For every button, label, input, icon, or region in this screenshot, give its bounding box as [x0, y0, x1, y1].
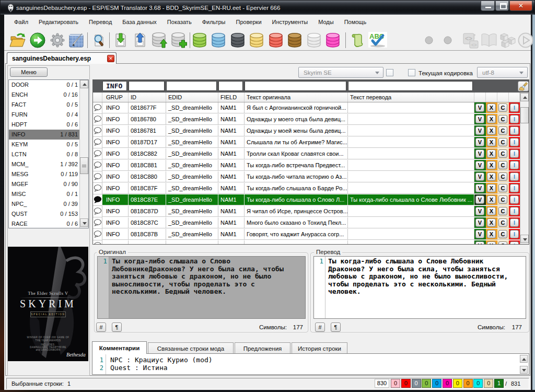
row-button-x[interactable]: X	[487, 195, 496, 204]
game-version-checkbox[interactable]	[386, 69, 393, 76]
table-row[interactable]: INFO0818C87D_SD_dreamHelloNAM1Я читал об…	[93, 206, 520, 217]
table-row[interactable]: INFO08186780_SD_dreamHelloNAM1Однажды у …	[93, 114, 520, 125]
menu-item-9[interactable]: Моды	[313, 17, 339, 27]
row-button-c[interactable]: C	[498, 218, 507, 227]
row-button-i[interactable]: I	[510, 103, 519, 112]
row-button-i[interactable]: I	[510, 184, 519, 192]
group-row-mgef[interactable]: MGEF0 / 90	[9, 179, 80, 189]
database-white-icon[interactable]	[306, 32, 323, 49]
header-cell-grup[interactable]: GRUP	[102, 93, 129, 102]
document-tab[interactable]: sanguinesDebauchery.esp ✕	[7, 52, 117, 64]
row-button-x[interactable]: X	[487, 207, 496, 215]
group-row-keym[interactable]: KEYM0 / 5	[9, 140, 80, 149]
table-row[interactable]: INFO0818C87F_SD_dreamHelloNAM1Ты когда-л…	[93, 183, 520, 194]
group-row-furn[interactable]: FURN0 / 4	[9, 110, 80, 120]
scroll-down-button[interactable]	[80, 218, 88, 227]
menu-item-5[interactable]: Показать	[162, 17, 197, 27]
group-row-misc[interactable]: MISC0 / 1	[9, 189, 80, 199]
row-button-x[interactable]: X	[487, 138, 496, 146]
row-button-v[interactable]: V	[475, 126, 484, 135]
database-green-icon[interactable]	[192, 32, 208, 49]
row-button-v[interactable]: V	[475, 184, 484, 192]
menu-item-3[interactable]: Перевод	[84, 17, 117, 27]
row-button-i[interactable]: I	[510, 126, 519, 135]
translation-text-editor[interactable]: 1 Ты когда-либо слышала о Слове Любовник…	[313, 256, 526, 319]
group-row-qust[interactable]: QUST0 / 153	[9, 209, 80, 219]
row-button-x[interactable]: X	[487, 172, 496, 181]
row-button-c[interactable]: C	[498, 149, 507, 158]
group-row-door[interactable]: DOOR0 / 1	[9, 80, 80, 90]
row-button-x[interactable]: X	[487, 161, 496, 169]
database-upload-icon[interactable]	[151, 32, 168, 49]
row-button-x[interactable]: X	[487, 103, 496, 112]
row-button-v[interactable]: V	[475, 161, 484, 169]
row-button-c[interactable]: C	[498, 138, 507, 146]
table-row[interactable]: INFO08186781_SD_dreamHelloNAM1Однажды у …	[93, 125, 520, 137]
row-button-c[interactable]: C	[498, 126, 507, 135]
scroll-up-button[interactable]	[520, 355, 528, 363]
group-row-lctn[interactable]: LCTN0 / 8	[9, 149, 80, 159]
spellcheck-abc-icon[interactable]: ABC	[368, 32, 385, 49]
title-bar[interactable]: sanguinesDebauchery.esp - ESP/ESM Transl…	[1, 1, 534, 15]
table-row[interactable]: VXCI	[93, 240, 520, 244]
filter-input-original[interactable]	[245, 81, 346, 91]
row-button-i[interactable]: I	[510, 149, 519, 158]
menu-item-10[interactable]: Помощь	[339, 17, 372, 27]
close-button[interactable]: ✕	[509, 1, 532, 11]
row-button-v[interactable]: V	[475, 103, 484, 112]
maximize-button[interactable]	[495, 1, 509, 11]
menu-item-7[interactable]: Проверки	[230, 17, 266, 27]
hash-button[interactable]: #	[96, 322, 106, 332]
filter-input-translation[interactable]	[348, 81, 473, 91]
row-button-i[interactable]: I	[510, 138, 519, 146]
menu-item-1[interactable]: Файл	[9, 17, 33, 27]
group-row-mesg[interactable]: MESG0 / 119	[9, 169, 80, 179]
document-tab-close-button[interactable]: ✕	[107, 55, 114, 62]
database-blue-icon[interactable]	[211, 32, 227, 49]
row-button-i[interactable]: I	[510, 195, 519, 204]
table-row[interactable]: INFO0818C87C_SD_dreamHelloNAM1Много было…	[93, 217, 520, 229]
table-row[interactable]: INFO0818C87B_SD_dreamHelloNAM1Говорят, ч…	[93, 229, 520, 240]
filter-input-grup[interactable]: INFO	[102, 81, 127, 91]
scrollbar-thumb[interactable]	[80, 157, 88, 174]
row-button-x[interactable]: X	[487, 241, 496, 244]
row-button-v[interactable]: V	[475, 230, 484, 238]
encoding-checkbox[interactable]	[408, 69, 415, 76]
row-button-i[interactable]: I	[510, 207, 519, 215]
header-cell-translation[interactable]: Текст перевода	[348, 93, 474, 102]
header-cell-id[interactable]: ID	[129, 93, 166, 102]
filter-input-edid[interactable]	[166, 81, 217, 91]
database-add-icon[interactable]	[170, 32, 187, 49]
bottom-tab-4[interactable]: История строки	[292, 342, 347, 354]
table-row[interactable]: INFO0818C882_SD_dreamHelloNAM1Тролли ска…	[93, 148, 520, 160]
row-button-c[interactable]: C	[498, 172, 507, 181]
group-row-npc_[interactable]: NPC_0 / 39	[9, 199, 80, 209]
edit-table-icon[interactable]	[68, 32, 85, 49]
process-icon[interactable]	[29, 32, 46, 49]
row-button-c[interactable]: C	[498, 103, 507, 112]
scroll-up-button[interactable]	[520, 93, 529, 101]
table-row[interactable]: INFO0818677F_SD_dreamHelloNAM1Я был с Ар…	[93, 102, 520, 114]
row-button-x[interactable]: X	[487, 184, 496, 192]
row-button-c[interactable]: C	[498, 241, 507, 244]
group-row-race[interactable]: RACE0 / 6	[9, 219, 80, 228]
row-button-v[interactable]: V	[475, 138, 484, 146]
filter-input-field[interactable]	[218, 81, 243, 91]
bottom-tab-2[interactable]: Связанные строки мода	[148, 342, 234, 354]
sidebar-menu-button[interactable]: Меню	[10, 67, 48, 77]
settings-gear-icon[interactable]	[49, 32, 66, 49]
row-button-x[interactable]: X	[487, 115, 496, 123]
database-black-icon[interactable]	[230, 32, 247, 49]
group-row-info[interactable]: INFO1 / 831	[9, 130, 80, 140]
row-button-i[interactable]: I	[510, 161, 519, 169]
database-red-icon[interactable]	[268, 32, 285, 49]
row-button-x[interactable]: X	[487, 126, 496, 135]
scroll-down-button[interactable]	[520, 366, 528, 374]
row-button-i[interactable]: I	[510, 115, 519, 123]
comments-scrollbar[interactable]	[520, 355, 528, 374]
scroll-up-button[interactable]	[80, 80, 88, 88]
encoding-select[interactable]: utf-8	[477, 67, 528, 78]
pilcrow-button[interactable]: ¶	[112, 322, 122, 332]
scroll-down-button[interactable]	[520, 235, 529, 243]
row-button-i[interactable]: I	[510, 230, 519, 238]
